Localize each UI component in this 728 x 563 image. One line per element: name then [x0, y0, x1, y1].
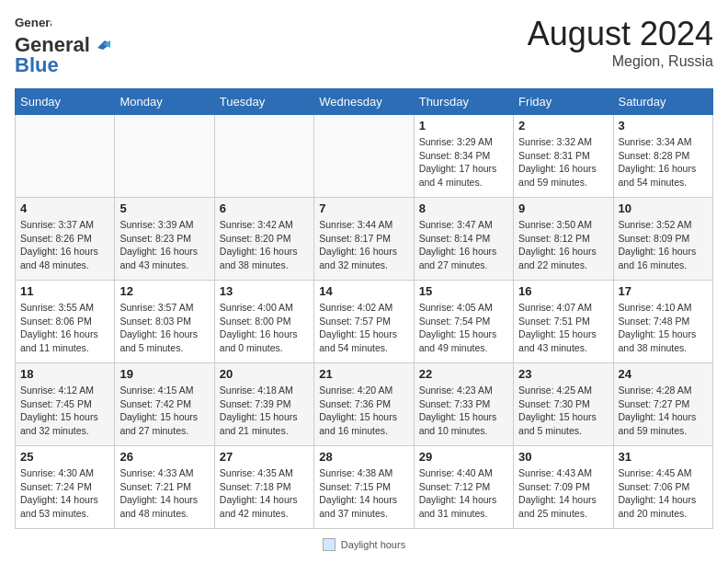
calendar-cell: 23Sunrise: 4:25 AMSunset: 7:30 PMDayligh…: [514, 363, 613, 446]
calendar-cell: 2Sunrise: 3:32 AMSunset: 8:31 PMDaylight…: [514, 115, 613, 198]
calendar-cell: 30Sunrise: 4:43 AMSunset: 7:09 PMDayligh…: [514, 446, 613, 529]
day-number: 13: [220, 284, 309, 298]
calendar-cell: 27Sunrise: 4:35 AMSunset: 7:18 PMDayligh…: [214, 446, 313, 529]
calendar-week-4: 18Sunrise: 4:12 AMSunset: 7:45 PMDayligh…: [16, 363, 713, 446]
day-info: Sunrise: 4:38 AMSunset: 7:15 PMDaylight:…: [319, 466, 408, 521]
calendar-cell: 1Sunrise: 3:29 AMSunset: 8:34 PMDaylight…: [414, 115, 513, 198]
logo-blue: Blue: [15, 53, 59, 77]
day-info: Sunrise: 3:57 AMSunset: 8:03 PMDaylight:…: [119, 301, 209, 355]
page-header: General General Blue August 2024 Megion,…: [15, 15, 713, 77]
day-info: Sunrise: 4:45 AMSunset: 7:06 PMDaylight:…: [619, 466, 708, 521]
legend-label: Daylight hours: [341, 539, 405, 550]
legend-box: [323, 538, 336, 551]
calendar-cell: 16Sunrise: 4:07 AMSunset: 7:51 PMDayligh…: [514, 281, 613, 363]
weekday-header-row: SundayMondayTuesdayWednesdayThursdayFrid…: [16, 89, 713, 115]
calendar-cell: 18Sunrise: 4:12 AMSunset: 7:45 PMDayligh…: [16, 363, 115, 446]
day-number: 24: [619, 367, 708, 381]
calendar-cell: [16, 115, 115, 198]
location-subtitle: Megion, Russia: [528, 53, 713, 70]
day-info: Sunrise: 4:43 AMSunset: 7:09 PMDaylight:…: [518, 466, 608, 521]
day-number: 8: [419, 201, 508, 215]
calendar-footer: Daylight hours: [15, 538, 713, 551]
calendar-cell: [214, 115, 313, 198]
calendar-table: SundayMondayTuesdayWednesdayThursdayFrid…: [15, 88, 713, 529]
day-info: Sunrise: 4:28 AMSunset: 7:27 PMDaylight:…: [619, 384, 708, 438]
title-area: August 2024 Megion, Russia: [528, 15, 713, 70]
day-number: 16: [518, 284, 608, 298]
calendar-cell: 6Sunrise: 3:42 AMSunset: 8:20 PMDaylight…: [214, 198, 313, 281]
day-info: Sunrise: 4:12 AMSunset: 7:45 PMDaylight:…: [20, 384, 109, 438]
day-info: Sunrise: 4:07 AMSunset: 7:51 PMDaylight:…: [518, 301, 608, 355]
day-info: Sunrise: 4:15 AMSunset: 7:42 PMDaylight:…: [119, 384, 209, 438]
weekday-header-friday: Friday: [514, 89, 613, 115]
calendar-cell: 13Sunrise: 4:00 AMSunset: 8:00 PMDayligh…: [214, 281, 313, 363]
day-info: Sunrise: 4:02 AMSunset: 7:57 PMDaylight:…: [319, 301, 408, 355]
day-number: 21: [319, 367, 408, 381]
day-number: 5: [119, 201, 209, 215]
day-info: Sunrise: 4:40 AMSunset: 7:12 PMDaylight:…: [419, 466, 508, 521]
day-number: 22: [419, 367, 508, 381]
day-number: 1: [419, 119, 508, 132]
calendar-week-2: 4Sunrise: 3:37 AMSunset: 8:26 PMDaylight…: [16, 198, 713, 281]
day-number: 20: [220, 367, 309, 381]
calendar-cell: 20Sunrise: 4:18 AMSunset: 7:39 PMDayligh…: [214, 363, 313, 446]
calendar-cell: 11Sunrise: 3:55 AMSunset: 8:06 PMDayligh…: [16, 281, 115, 363]
day-info: Sunrise: 3:47 AMSunset: 8:14 PMDaylight:…: [419, 218, 508, 272]
day-info: Sunrise: 3:32 AMSunset: 8:31 PMDaylight:…: [518, 135, 608, 190]
day-info: Sunrise: 4:25 AMSunset: 7:30 PMDaylight:…: [518, 384, 608, 438]
weekday-header-thursday: Thursday: [414, 89, 513, 115]
calendar-cell: 29Sunrise: 4:40 AMSunset: 7:12 PMDayligh…: [414, 446, 513, 529]
day-info: Sunrise: 4:35 AMSunset: 7:18 PMDaylight:…: [220, 466, 309, 521]
day-info: Sunrise: 3:44 AMSunset: 8:17 PMDaylight:…: [319, 218, 408, 272]
day-number: 3: [619, 119, 708, 132]
day-info: Sunrise: 4:05 AMSunset: 7:54 PMDaylight:…: [419, 301, 508, 355]
calendar-week-5: 25Sunrise: 4:30 AMSunset: 7:24 PMDayligh…: [16, 446, 713, 529]
day-number: 9: [518, 201, 608, 215]
day-number: 14: [319, 284, 408, 298]
calendar-cell: 22Sunrise: 4:23 AMSunset: 7:33 PMDayligh…: [414, 363, 513, 446]
calendar-cell: [115, 115, 214, 198]
calendar-cell: 19Sunrise: 4:15 AMSunset: 7:42 PMDayligh…: [115, 363, 214, 446]
calendar-cell: 17Sunrise: 4:10 AMSunset: 7:48 PMDayligh…: [613, 281, 712, 363]
logo-icon: General: [15, 15, 51, 31]
day-number: 19: [119, 367, 209, 381]
day-number: 28: [319, 450, 408, 464]
day-info: Sunrise: 3:39 AMSunset: 8:23 PMDaylight:…: [119, 218, 209, 272]
day-info: Sunrise: 3:37 AMSunset: 8:26 PMDaylight:…: [20, 218, 109, 272]
day-number: 31: [619, 450, 708, 464]
weekday-header-wednesday: Wednesday: [314, 89, 414, 115]
calendar-cell: 8Sunrise: 3:47 AMSunset: 8:14 PMDaylight…: [414, 198, 513, 281]
day-info: Sunrise: 4:20 AMSunset: 7:36 PMDaylight:…: [319, 384, 408, 438]
day-info: Sunrise: 4:10 AMSunset: 7:48 PMDaylight:…: [619, 301, 708, 355]
day-info: Sunrise: 4:23 AMSunset: 7:33 PMDaylight:…: [419, 384, 508, 438]
calendar-cell: 5Sunrise: 3:39 AMSunset: 8:23 PMDaylight…: [115, 198, 214, 281]
day-info: Sunrise: 4:18 AMSunset: 7:39 PMDaylight:…: [220, 384, 309, 438]
calendar-cell: 26Sunrise: 4:33 AMSunset: 7:21 PMDayligh…: [115, 446, 214, 529]
calendar-cell: 3Sunrise: 3:34 AMSunset: 8:28 PMDaylight…: [613, 115, 712, 198]
day-number: 18: [20, 367, 109, 381]
day-number: 7: [319, 201, 408, 215]
day-info: Sunrise: 3:55 AMSunset: 8:06 PMDaylight:…: [20, 301, 109, 355]
weekday-header-monday: Monday: [115, 89, 214, 115]
day-number: 29: [419, 450, 508, 464]
calendar-cell: [314, 115, 414, 198]
day-number: 23: [518, 367, 608, 381]
calendar-cell: 31Sunrise: 4:45 AMSunset: 7:06 PMDayligh…: [613, 446, 712, 529]
day-number: 4: [20, 201, 109, 215]
calendar-cell: 25Sunrise: 4:30 AMSunset: 7:24 PMDayligh…: [16, 446, 115, 529]
day-number: 30: [518, 450, 608, 464]
day-info: Sunrise: 3:29 AMSunset: 8:34 PMDaylight:…: [419, 135, 508, 190]
day-number: 10: [619, 201, 708, 215]
day-number: 11: [20, 284, 109, 298]
month-year-title: August 2024: [528, 15, 713, 53]
day-number: 17: [619, 284, 708, 298]
weekday-header-saturday: Saturday: [613, 89, 712, 115]
day-number: 6: [220, 201, 309, 215]
day-info: Sunrise: 3:50 AMSunset: 8:12 PMDaylight:…: [518, 218, 608, 272]
day-info: Sunrise: 3:34 AMSunset: 8:28 PMDaylight:…: [619, 135, 708, 190]
day-info: Sunrise: 4:30 AMSunset: 7:24 PMDaylight:…: [20, 466, 109, 521]
calendar-cell: 4Sunrise: 3:37 AMSunset: 8:26 PMDaylight…: [16, 198, 115, 281]
logo: General General Blue: [15, 15, 112, 77]
calendar-cell: 21Sunrise: 4:20 AMSunset: 7:36 PMDayligh…: [314, 363, 414, 446]
weekday-header-tuesday: Tuesday: [214, 89, 313, 115]
